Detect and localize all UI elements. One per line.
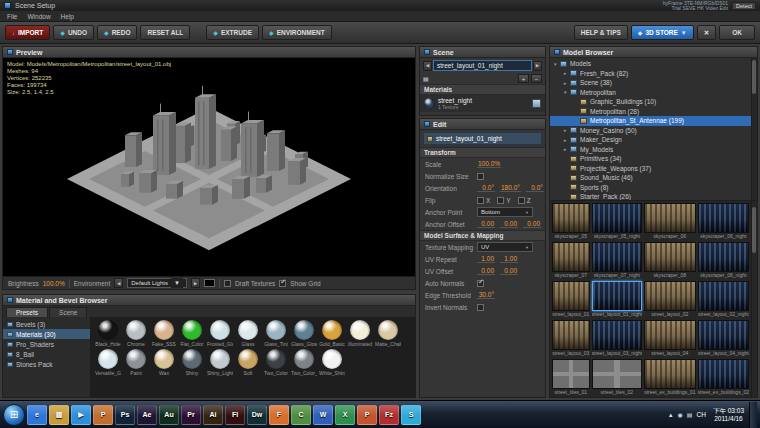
tab[interactable]: Scene <box>49 307 87 317</box>
taskbar-media-player-icon[interactable]: ▶ <box>71 405 91 425</box>
tree-scrollbar[interactable] <box>751 58 757 200</box>
tree-row[interactable]: ▸ Money_Casino (50) <box>550 126 757 136</box>
model-thumbnail[interactable]: skyscraper_05_night <box>592 203 643 240</box>
material-preset[interactable]: Soft <box>235 349 261 376</box>
tree-row[interactable]: Sound_Music (46) <box>550 173 757 183</box>
model-thumbnail[interactable]: street_layout_03_night <box>592 320 643 357</box>
anchor-offset-value[interactable]: 0.00 <box>500 220 518 228</box>
taskbar-paint-icon[interactable]: P <box>93 405 113 425</box>
show-desktop-button[interactable] <box>749 402 757 428</box>
model-thumbnail[interactable]: skyscraper_05 <box>552 203 590 240</box>
anchor-point-dropdown[interactable]: Bottom ▼ <box>477 207 533 217</box>
material-preset[interactable]: Flat_Color <box>179 320 205 347</box>
tree-row[interactable]: ▸ Maker_Design <box>550 135 757 145</box>
invert-normals-checkbox[interactable] <box>477 304 484 311</box>
model-thumbnail[interactable]: street_layout_02_night <box>698 281 749 318</box>
taskbar-illustrator-icon[interactable]: Ai <box>203 405 223 425</box>
model-thumbnail[interactable]: street_tiles_02 <box>592 359 643 396</box>
tree-row[interactable]: ▸ Scene (38) <box>550 78 757 88</box>
import-button[interactable]: ↓ IMPORT <box>5 25 50 40</box>
help-tips-button[interactable]: HELP & TIPS <box>574 25 628 40</box>
material-preset[interactable]: Fake_SSS <box>151 320 177 347</box>
edited-object-item[interactable]: street_layout_01_night <box>423 132 542 145</box>
material-preset[interactable]: Glass_Tint <box>263 320 289 347</box>
taskbar-excel-icon[interactable]: X <box>335 405 355 425</box>
taskbar-dreamweaver-icon[interactable]: Dw <box>247 405 267 425</box>
uv-repeat-value[interactable]: 1.00 <box>477 255 495 263</box>
material-preset[interactable]: Frosted_Glass <box>207 320 233 347</box>
material-preset[interactable]: Glass <box>235 320 261 347</box>
model-thumbnail[interactable]: skyscraper_08 <box>644 242 695 279</box>
taskbar-premiere-icon[interactable]: Pr <box>181 405 201 425</box>
texture-chip[interactable] <box>532 99 541 108</box>
model-thumbnail[interactable]: street_ex_buildings_01 <box>644 359 695 396</box>
auto-normals-checkbox[interactable]: ✓ <box>477 280 484 287</box>
3d-viewport[interactable]: Model: Models/Metropolitan/Metropolitan/… <box>3 58 415 276</box>
language-indicator[interactable]: CH <box>697 411 706 418</box>
prev-object-button[interactable]: ◀ <box>423 61 432 71</box>
uv-offset-value[interactable]: 0.00 <box>500 267 518 275</box>
taskbar-powerpoint-icon[interactable]: P <box>357 405 377 425</box>
model-thumbnail[interactable]: skyscraper_06 <box>644 203 695 240</box>
taskbar-firefox-icon[interactable]: F <box>269 405 289 425</box>
tree-row[interactable]: Starter_Pack (26) <box>550 192 757 201</box>
show-grid-checkbox[interactable]: ✓ <box>279 280 286 287</box>
material-preset[interactable]: Two_Color <box>263 349 289 376</box>
next-object-button[interactable]: ▶ <box>533 61 542 71</box>
menu-item[interactable]: Help <box>61 13 74 20</box>
tree-row[interactable]: ▾ Metropolitan <box>550 88 757 98</box>
taskbar-after-effects-icon[interactable]: Ae <box>137 405 157 425</box>
normalize-size-checkbox[interactable] <box>477 173 484 180</box>
material-preset[interactable]: White_Shiny <box>319 349 345 376</box>
undo-button[interactable]: ◆ UNDO <box>53 25 94 40</box>
material-preset[interactable]: Glass_Glow <box>291 320 317 347</box>
menu-item[interactable]: File <box>7 13 17 20</box>
material-list-item[interactable]: street_night1 Texture <box>420 95 545 112</box>
model-thumbnail[interactable]: street_layout_01_night <box>592 281 643 318</box>
tab[interactable]: Presets <box>6 307 48 317</box>
material-preset[interactable]: Gold_Basic <box>319 320 345 347</box>
reset-all-button[interactable]: RESET ALL <box>140 25 190 40</box>
material-preset[interactable]: Two_Color_Bw <box>291 349 317 376</box>
material-preset[interactable]: Shiny_Light <box>207 349 233 376</box>
selected-object-field[interactable]: street_layout_01_night <box>433 60 532 71</box>
taskbar-audition-icon[interactable]: Au <box>159 405 179 425</box>
model-thumbnail[interactable]: skyscraper_06_night <box>698 203 749 240</box>
remove-material-button[interactable]: − <box>531 74 542 83</box>
background-color-swatch[interactable] <box>204 279 215 287</box>
close-button[interactable]: ✕ <box>697 25 716 40</box>
start-button[interactable]: ⊞ <box>3 404 25 426</box>
material-preset[interactable]: Illuminated <box>347 320 373 347</box>
taskbar-skype-icon[interactable]: S <box>401 405 421 425</box>
add-material-button[interactable]: + <box>518 74 529 83</box>
material-preset[interactable]: Versatile_Glass <box>95 349 121 376</box>
taskbar-internet-explorer-icon[interactable]: e <box>27 405 47 425</box>
material-preset[interactable]: Shiny <box>179 349 205 376</box>
model-thumbnail[interactable]: skyscraper_07 <box>552 242 590 279</box>
tree-row[interactable]: Graphic_Buildings (10) <box>550 97 757 107</box>
model-thumbnail[interactable]: skyscraper_07_night <box>592 242 643 279</box>
model-thumbnail[interactable]: street_layout_04_night <box>698 320 749 357</box>
material-preset[interactable]: Paint <box>123 349 149 376</box>
model-thumbnail[interactable]: street_layout_03 <box>552 320 590 357</box>
model-thumbnail[interactable]: skyscraper_08_night <box>698 242 749 279</box>
anchor-offset-value[interactable]: 0.00 <box>477 220 495 228</box>
orientation-value[interactable]: 0.0° <box>526 184 544 192</box>
redo-button[interactable]: ◆ REDO <box>97 25 137 40</box>
taskbar-explorer-icon[interactable]: ▤ <box>49 405 69 425</box>
material-category[interactable]: 8_Ball <box>3 349 90 359</box>
material-preset[interactable]: Wax <box>151 349 177 376</box>
material-preset[interactable]: Black_Hole <box>95 320 121 347</box>
lights-next-button[interactable]: ▶ <box>191 278 200 288</box>
flip-axis-checkbox[interactable] <box>497 197 504 204</box>
tree-row[interactable]: Projectile_Weapons (37) <box>550 164 757 174</box>
taskbar-filezilla-icon[interactable]: Fz <box>379 405 399 425</box>
material-preset[interactable]: Matte_Chalke <box>375 320 401 347</box>
scale-value[interactable]: 100.0% <box>477 160 501 168</box>
material-preset[interactable]: Chrome <box>123 320 149 347</box>
tree-row[interactable]: ▸ My_Models <box>550 145 757 155</box>
environment-button[interactable]: ◆ ENVIRONMENT <box>262 25 332 40</box>
flip-axis-checkbox[interactable] <box>477 197 484 204</box>
tray-network-icon[interactable]: ▤ <box>687 411 693 418</box>
taskbar-chrome-icon[interactable]: C <box>291 405 311 425</box>
